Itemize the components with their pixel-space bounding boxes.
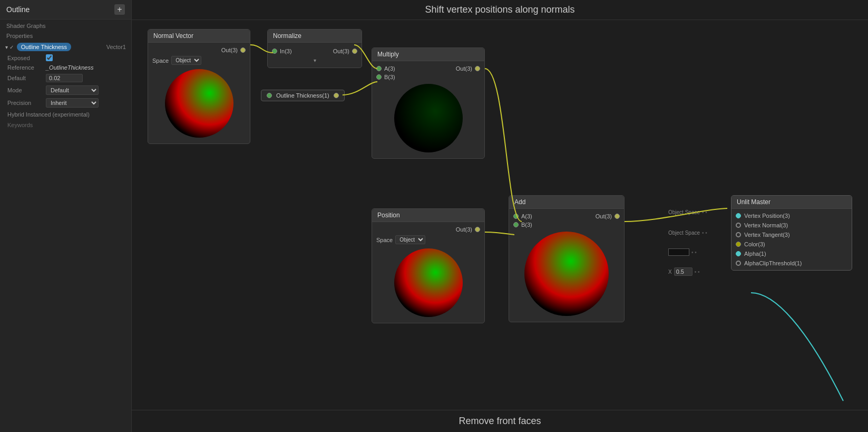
sidebar-title: Outline <box>6 5 30 14</box>
collapse-arrow[interactable]: ▾ <box>272 56 357 64</box>
multiply-preview-circle <box>394 84 463 152</box>
normal-vector-space-row: Space Object <box>152 54 246 66</box>
property-badge[interactable]: Outline Thickness <box>17 43 71 51</box>
add-a-label: A(3) <box>521 213 532 219</box>
mode-row: Mode Default <box>0 84 131 97</box>
property-row: ▾ ✓ Outline Thickness Vector1 <box>0 41 131 53</box>
outline-thickness-label: Outline Thickness(1) <box>276 92 329 99</box>
property-type: Vector1 <box>106 44 126 50</box>
multiply-title: Multiply <box>372 48 484 61</box>
position-space-select[interactable]: Object <box>395 235 425 244</box>
vertex-position-label: Vertex Position(3) <box>744 213 790 219</box>
unlit-master-node: Unlit Master Vertex Position(3) Vertex N… <box>731 195 852 271</box>
default-row: Default <box>0 72 131 84</box>
add-out-port: Out(3) <box>596 212 620 220</box>
unlit-master-title: Unlit Master <box>732 196 852 209</box>
multiply-preview <box>376 81 480 155</box>
normalize-title: Normalize <box>268 30 362 43</box>
vertex-tangent-dot[interactable] <box>736 232 741 237</box>
position-preview <box>376 246 480 320</box>
vertex-normal-row: Vertex Normal(3) <box>732 220 852 230</box>
normal-vector-out-dot[interactable] <box>240 47 246 53</box>
multiply-b-port: B(3) <box>376 73 395 81</box>
alpha-clip-row: AlphaClipThreshold(1) <box>732 258 852 268</box>
multiply-out-port: Out(3) <box>456 64 480 73</box>
object-space-label-1: Object Space <box>668 209 700 215</box>
add-a-dot[interactable] <box>513 214 519 219</box>
vertex-position-dot[interactable] <box>736 213 741 218</box>
normalize-in-port: In(3) <box>272 47 292 55</box>
hybrid-label: Hybrid Instanced (experimental) <box>0 109 131 120</box>
normal-vector-space-select[interactable]: Object <box>171 56 201 65</box>
space-label: Space <box>152 57 169 64</box>
position-out-label: Out(3) <box>456 226 472 233</box>
position-title: Position <box>372 209 484 222</box>
vertex-tangent-label: Vertex Tangent(3) <box>744 232 790 238</box>
position-node: Position Out(3) Space Object <box>372 208 485 323</box>
add-button[interactable]: + <box>114 4 125 15</box>
add-b-label: B(3) <box>521 222 532 228</box>
outline-thickness-out-dot[interactable] <box>334 93 339 98</box>
multiply-node: Multiply A(3) B(3) Out(3) <box>372 47 485 159</box>
add-preview <box>513 229 620 319</box>
position-space-label: Space <box>376 237 393 243</box>
position-space-row: Space Object <box>376 234 480 246</box>
multiply-out-dot[interactable] <box>475 66 480 71</box>
mode-select[interactable]: Default <box>46 85 99 95</box>
alpha-dot[interactable] <box>736 251 741 256</box>
object-space-label-2: Object Space <box>668 230 700 236</box>
position-out-dot[interactable] <box>475 227 480 232</box>
keywords-label: Keywords <box>0 120 131 130</box>
color-label: Color(3) <box>744 241 765 247</box>
add-node: Add A(3) B(3) Out(3) <box>509 195 625 322</box>
default-input[interactable] <box>46 74 83 82</box>
precision-label: Precision <box>7 100 42 106</box>
main-canvas: Shift vertex positions along normals Nor… <box>132 0 868 432</box>
position-out-port: Out(3) <box>376 225 480 234</box>
exposed-checkbox[interactable] <box>46 54 53 61</box>
alpha-label: Alpha(1) <box>744 251 766 257</box>
vertex-tangent-row: Vertex Tangent(3) <box>732 230 852 239</box>
outline-thickness-node: Outline Thickness(1) <box>261 90 345 101</box>
expand-arrow[interactable]: ▾ ✓ <box>5 44 14 50</box>
color-row: Color(3) <box>732 239 852 249</box>
normalize-out-dot[interactable] <box>352 49 357 54</box>
alpha-row: Alpha(1) <box>732 249 852 258</box>
properties-label: Properties <box>0 31 131 41</box>
normalize-node: Normalize In(3) Out(3) ▾ <box>267 29 362 68</box>
default-label: Default <box>7 75 42 81</box>
add-b-dot[interactable] <box>513 222 519 227</box>
normalize-out-label: Out(3) <box>333 48 349 54</box>
sidebar: Outline + Shader Graphs Properties ▾ ✓ O… <box>0 0 132 432</box>
color-dot[interactable] <box>736 242 741 247</box>
vertex-position-row: Vertex Position(3) <box>732 211 852 220</box>
reference-value: _OutlineThickness <box>46 64 94 71</box>
exposed-row: Exposed <box>0 53 131 63</box>
vertex-normal-dot[interactable] <box>736 223 741 228</box>
outline-thickness-dot[interactable] <box>267 93 272 98</box>
multiply-a-dot[interactable] <box>376 66 382 71</box>
normalize-out-port: Out(3) <box>333 47 357 55</box>
vertex-normal-label: Vertex Normal(3) <box>744 222 788 228</box>
multiply-b-label: B(3) <box>384 74 395 80</box>
normalize-in-dot[interactable] <box>272 49 277 54</box>
alpha-clip-dot[interactable] <box>736 261 741 266</box>
bottom-banner: Remove front faces <box>132 410 868 432</box>
add-title: Add <box>509 196 624 209</box>
add-out-dot[interactable] <box>615 214 620 219</box>
normalize-in-label: In(3) <box>280 48 292 54</box>
multiply-a-label: A(3) <box>384 65 395 72</box>
multiply-a-port: A(3) <box>376 64 395 73</box>
add-out-label: Out(3) <box>596 213 612 219</box>
x-label: X <box>668 269 672 275</box>
multiply-b-dot[interactable] <box>376 74 382 80</box>
normal-vector-title: Normal Vector <box>148 30 250 43</box>
multiply-out-label: Out(3) <box>456 65 472 72</box>
normal-vector-preview-circle <box>165 69 233 138</box>
precision-row: Precision Inherit <box>0 97 131 109</box>
precision-select[interactable]: Inherit <box>46 98 99 108</box>
threshold-input[interactable] <box>674 267 693 276</box>
reference-row: Reference _OutlineThickness <box>0 63 131 72</box>
normal-vector-preview <box>152 66 246 140</box>
normal-vector-out-label: Out(3) <box>221 47 238 53</box>
